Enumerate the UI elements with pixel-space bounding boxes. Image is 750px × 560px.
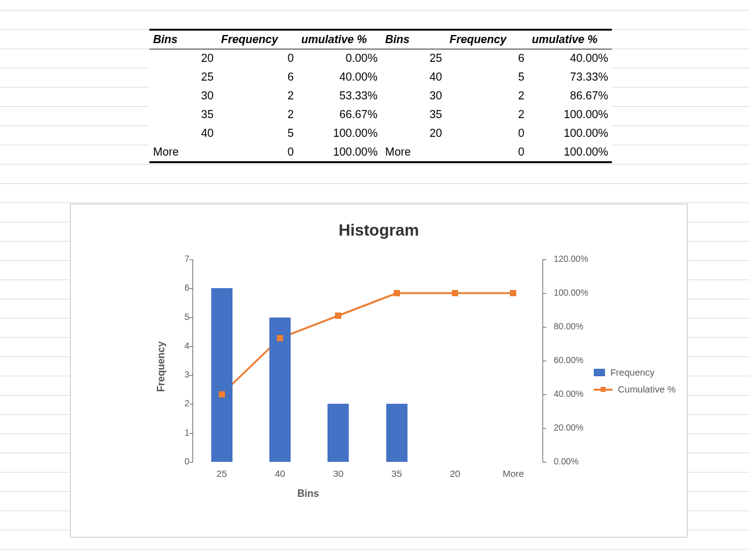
cell-bins-1[interactable]: 25 (149, 68, 218, 87)
cell-cum-2[interactable]: 86.67% (528, 87, 612, 106)
chart-legend: Frequency Cumulative % (594, 361, 676, 401)
y-right-tick-label: 80.00% (554, 321, 602, 331)
cell-freq-1[interactable]: 6 (218, 68, 298, 87)
data-table: Bins Frequency umulative % Bins Frequenc… (149, 29, 612, 163)
header-freq-2: Frequency (446, 30, 528, 49)
x-tick-label: 25 (203, 468, 241, 479)
x-tick-label: 20 (436, 468, 474, 479)
cell-freq-1[interactable]: 2 (218, 87, 298, 106)
y-right-tick-label: 60.00% (554, 355, 602, 365)
y-right-tick-label: 0.00% (554, 456, 602, 466)
x-tick-label: More (494, 468, 532, 479)
cell-bins-1[interactable]: 35 (149, 106, 218, 124)
histogram-chart[interactable]: Histogram Frequency Bins Frequency Cumul… (70, 204, 688, 538)
cell-cum-1[interactable]: 100.00% (298, 143, 381, 162)
bar (211, 288, 232, 462)
cell-bins-1[interactable]: 20 (149, 49, 218, 68)
header-bins-1: Bins (149, 30, 218, 49)
table-header-row: Bins Frequency umulative % Bins Frequenc… (149, 30, 612, 49)
table-row: 25640.00%40573.33% (149, 68, 612, 87)
header-cum-2: umulative % (528, 30, 612, 49)
cell-cum-2[interactable]: 73.33% (528, 68, 612, 87)
cell-bins-2[interactable]: 20 (381, 124, 446, 143)
cell-freq-1[interactable]: 5 (218, 124, 298, 143)
legend-frequency: Frequency (594, 367, 676, 378)
table-row: 2000.00%25640.00% (149, 49, 612, 68)
line-marker (394, 290, 400, 296)
y-left-tick-label: 0 (159, 456, 189, 466)
line-marker (335, 312, 341, 319)
cell-freq-2[interactable]: 5 (446, 68, 528, 87)
cumulative-path (222, 293, 514, 394)
y-left-axis-line (192, 259, 193, 462)
legend-freq-label: Frequency (610, 367, 654, 378)
y-left-tick-label: 1 (159, 428, 189, 438)
header-freq-1: Frequency (218, 30, 298, 49)
y-left-tick-mark (189, 462, 193, 462)
cell-bins-1[interactable]: More (149, 143, 218, 162)
x-tick-label: 35 (378, 468, 416, 479)
cell-freq-2[interactable]: 2 (446, 87, 528, 106)
y-right-tick-label: 40.00% (554, 389, 602, 399)
cell-freq-2[interactable]: 6 (446, 49, 528, 68)
cell-freq-2[interactable]: 0 (446, 124, 528, 143)
cell-cum-2[interactable]: 40.00% (528, 49, 612, 68)
header-cum-1: umulative % (298, 30, 381, 49)
y-right-tick-mark (542, 462, 546, 462)
line-marker (277, 335, 283, 341)
cell-freq-2[interactable]: 0 (446, 143, 528, 162)
x-tick-label: 40 (261, 468, 299, 479)
bar (386, 404, 408, 462)
table-row: More0100.00%More0100.00% (149, 143, 612, 162)
bar (328, 404, 349, 462)
y-left-tick-label: 2 (159, 398, 189, 408)
cell-cum-2[interactable]: 100.00% (528, 106, 612, 124)
line-marker (510, 290, 516, 296)
cell-cum-1[interactable]: 66.67% (298, 106, 381, 124)
y-left-tick-label: 5 (159, 312, 189, 322)
cell-bins-1[interactable]: 40 (149, 124, 218, 143)
y-left-tick-label: 4 (159, 341, 189, 351)
y-left-tick-label: 3 (159, 369, 189, 379)
cell-freq-1[interactable]: 0 (218, 49, 298, 68)
y-left-tick-label: 7 (159, 254, 189, 264)
cell-cum-2[interactable]: 100.00% (528, 143, 612, 162)
cell-bins-1[interactable]: 30 (149, 87, 218, 106)
legend-cumulative: Cumulative % (594, 384, 676, 394)
cell-freq-1[interactable]: 0 (218, 143, 298, 162)
cell-bins-2[interactable]: 25 (381, 49, 446, 68)
cumulative-line (192, 259, 542, 462)
table-row: 405100.00%200100.00% (149, 124, 612, 143)
x-tick-label: 30 (319, 468, 357, 479)
x-axis-label: Bins (71, 488, 546, 499)
y-left-tick-label: 6 (159, 282, 189, 292)
cell-bins-2[interactable]: 35 (381, 106, 446, 124)
line-marker (452, 290, 458, 296)
table-row: 30253.33%30286.67% (149, 87, 612, 106)
cell-bins-2[interactable]: 40 (381, 68, 446, 87)
cell-freq-2[interactable]: 2 (446, 106, 528, 124)
table-row: 35266.67%352100.00% (149, 106, 612, 124)
cell-cum-2[interactable]: 100.00% (528, 124, 612, 143)
cell-cum-1[interactable]: 40.00% (298, 68, 381, 87)
y-right-axis-line (542, 259, 543, 462)
y-right-tick-label: 120.00% (554, 254, 602, 264)
cell-freq-1[interactable]: 2 (218, 106, 298, 124)
cell-bins-2[interactable]: More (381, 143, 446, 162)
y-right-tick-label: 20.00% (554, 422, 602, 432)
cell-bins-2[interactable]: 30 (381, 87, 446, 106)
cell-cum-1[interactable]: 53.33% (298, 87, 381, 106)
chart-title: Histogram (71, 221, 687, 240)
histogram-table: Bins Frequency umulative % Bins Frequenc… (149, 29, 612, 163)
legend-bar-swatch-icon (594, 369, 605, 376)
cell-cum-1[interactable]: 100.00% (298, 124, 381, 143)
line-marker (219, 391, 225, 398)
plot-area (192, 259, 542, 462)
cell-cum-1[interactable]: 0.00% (298, 49, 381, 68)
header-bins-2: Bins (381, 30, 446, 49)
y-right-tick-label: 100.00% (554, 288, 602, 298)
legend-cum-label: Cumulative % (618, 384, 676, 394)
